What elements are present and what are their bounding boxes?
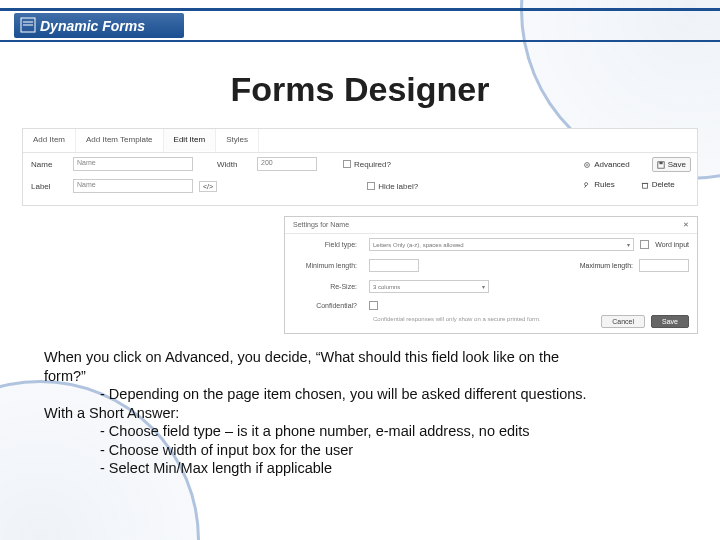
delete-button[interactable]: Delete xyxy=(637,178,679,191)
confidential-label: Confidential? xyxy=(293,302,363,309)
edit-item-panel: Add Item Add Item Template Edit Item Sty… xyxy=(22,128,698,206)
resize-select[interactable]: 3 columns ▾ xyxy=(369,280,489,293)
form-icon xyxy=(20,17,36,33)
tab-styles[interactable]: Styles xyxy=(216,129,259,152)
name-label: Name xyxy=(31,160,73,169)
cancel-button[interactable]: Cancel xyxy=(601,315,645,328)
chevron-down-icon: ▾ xyxy=(482,283,485,290)
checkbox-icon xyxy=(367,182,375,190)
page-title: Forms Designer xyxy=(0,70,720,109)
advanced-button[interactable]: Advanced xyxy=(579,157,634,172)
word-input-checkbox[interactable] xyxy=(640,240,649,249)
tab-add-item[interactable]: Add Item xyxy=(23,129,76,152)
action-column: Advanced Save Rules Delete xyxy=(579,157,691,191)
tab-bar: Add Item Add Item Template Edit Item Sty… xyxy=(23,129,697,153)
field-type-value: Letters Only (a-z), spaces allowed xyxy=(373,242,464,248)
max-length-label: Maximum length: xyxy=(580,262,633,269)
line3: - Depending on the page item chosen, you… xyxy=(44,385,676,404)
save-label: Save xyxy=(668,160,686,169)
header-stripe-top xyxy=(0,8,720,11)
tab-add-item-template[interactable]: Add Item Template xyxy=(76,129,164,152)
line7: - Select Min/Max length if applicable xyxy=(44,459,676,478)
logo: Dynamic Forms xyxy=(14,13,184,38)
line6: - Choose width of input box for the user xyxy=(44,441,676,460)
trash-icon xyxy=(641,181,649,189)
required-label: Required? xyxy=(354,160,391,169)
word-input-label: Word input xyxy=(655,241,689,248)
field-type-label: Field type: xyxy=(293,241,363,248)
label-input[interactable]: Name xyxy=(73,179,193,193)
width-input[interactable]: 200 xyxy=(257,157,317,171)
save-button[interactable]: Save xyxy=(651,315,689,328)
close-icon[interactable]: ✕ xyxy=(683,221,689,229)
max-length-input[interactable] xyxy=(639,259,689,272)
field-type-select[interactable]: Letters Only (a-z), spaces allowed ▾ xyxy=(369,238,634,251)
advanced-label: Advanced xyxy=(594,160,630,169)
confidential-checkbox[interactable] xyxy=(369,301,378,310)
resize-value: 3 columns xyxy=(373,284,400,290)
resize-label: Re-Size: xyxy=(293,283,363,290)
save-icon xyxy=(657,161,665,169)
header-stripe-bottom xyxy=(0,40,720,42)
chevron-down-icon: ▾ xyxy=(627,241,630,248)
rules-button[interactable]: Rules xyxy=(579,178,618,191)
min-length-input[interactable] xyxy=(369,259,419,272)
rules-label: Rules xyxy=(594,180,614,189)
delete-label: Delete xyxy=(652,180,675,189)
width-label: Width xyxy=(217,160,257,169)
line4: With a Short Answer: xyxy=(44,405,179,421)
name-input[interactable]: Name xyxy=(73,157,193,171)
settings-title: Settings for Name xyxy=(293,221,349,229)
line1: When you click on Advanced, you decide, … xyxy=(44,349,559,365)
save-button[interactable]: Save xyxy=(652,157,691,172)
svg-rect-7 xyxy=(642,183,647,188)
tab-edit-item[interactable]: Edit Item xyxy=(164,129,217,152)
line2: form?” xyxy=(44,368,86,384)
wrench-icon xyxy=(583,181,591,189)
required-checkbox[interactable]: Required? xyxy=(343,160,391,169)
hide-label-label: Hide label? xyxy=(378,182,418,191)
settings-dialog: Settings for Name ✕ Field type: Letters … xyxy=(284,216,698,334)
label-label: Label xyxy=(31,182,73,191)
code-icon[interactable]: </> xyxy=(199,181,217,192)
hide-label-checkbox[interactable]: Hide label? xyxy=(367,182,418,191)
checkbox-icon xyxy=(343,160,351,168)
line5: - Choose field type – is it a phone numb… xyxy=(44,422,676,441)
logo-text: Dynamic Forms xyxy=(40,18,145,34)
svg-point-4 xyxy=(586,164,588,166)
gear-icon xyxy=(583,161,591,169)
svg-rect-6 xyxy=(659,161,662,163)
min-length-label: Minimum length: xyxy=(293,262,363,269)
body-text: When you click on Advanced, you decide, … xyxy=(44,348,676,478)
